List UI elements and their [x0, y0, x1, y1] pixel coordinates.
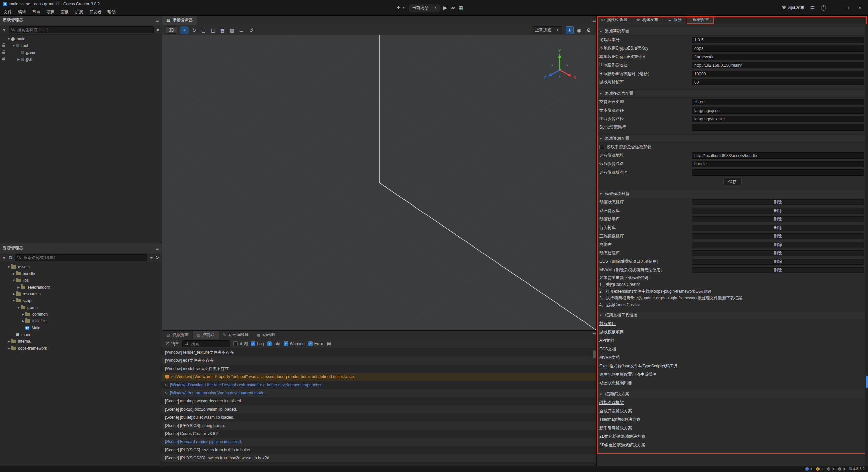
- inspector-scrollbar-thumb[interactable]: [866, 376, 868, 388]
- field-input[interactable]: [692, 45, 864, 52]
- delete-module-button[interactable]: 删除: [692, 242, 864, 248]
- tree-arrow-icon[interactable]: [12, 272, 16, 275]
- rotate-tool-icon[interactable]: ↻: [190, 26, 198, 34]
- field-input[interactable]: [692, 124, 864, 131]
- asset-node[interactable]: initialize: [0, 318, 162, 324]
- log-row[interactable]: ! > [Scene] meshopt wasm decoder initial…: [162, 397, 596, 405]
- asset-node[interactable]: seedrandom: [0, 284, 162, 291]
- hierarchy-search-input[interactable]: [9, 26, 154, 33]
- hierarchy-filter-icon[interactable]: ≡: [156, 27, 159, 32]
- scene-select-dropdown[interactable]: 当前场景 ▼: [409, 4, 440, 12]
- field-input[interactable]: [692, 79, 864, 85]
- solution-link[interactable]: Tiledmap地图解决方案: [599, 415, 640, 424]
- tab-assets-preview[interactable]: ▤ 资源预览: [162, 331, 193, 339]
- delete-module-button[interactable]: 删除: [692, 199, 864, 205]
- error-count[interactable]: ∅ 0: [827, 467, 834, 471]
- save-button[interactable]: 保存: [723, 178, 742, 185]
- tree-arrow-icon[interactable]: [16, 58, 21, 61]
- menu-developer[interactable]: 开发者: [86, 8, 104, 16]
- panel-menu-icon[interactable]: ☰: [155, 18, 159, 23]
- move-tool-icon[interactable]: ⌖: [180, 26, 189, 34]
- asset-node[interactable]: Main: [0, 324, 162, 331]
- tab-console[interactable]: ▤ 控制台: [193, 331, 219, 339]
- menu-panel[interactable]: 面板: [58, 8, 72, 16]
- play-button[interactable]: ▶: [443, 5, 447, 11]
- warning-count[interactable]: ! 1: [816, 467, 823, 471]
- asset-node[interactable]: game: [0, 304, 162, 311]
- layout-grid-icon[interactable]: ▦: [459, 5, 463, 11]
- section-framework-modules[interactable]: ▼ 框架模块裁剪: [597, 190, 868, 198]
- checkbox[interactable]: [284, 341, 288, 346]
- hierarchy-node[interactable]: gui: [0, 56, 162, 63]
- reset-view-tool-icon[interactable]: ↺: [247, 26, 255, 34]
- collapse-logs-icon[interactable]: ▤: [327, 341, 331, 346]
- tree-arrow-icon[interactable]: [21, 313, 25, 316]
- tree-arrow-icon[interactable]: [7, 347, 11, 350]
- tree-arrow-icon[interactable]: [21, 319, 25, 323]
- step-button[interactable]: ≫: [450, 5, 455, 11]
- add-node-button[interactable]: +▼: [3, 27, 6, 32]
- expand-arrow-icon[interactable]: >: [165, 391, 169, 395]
- gear-icon[interactable]: ⚙: [585, 26, 593, 34]
- help-icon[interactable]: ?: [821, 5, 826, 11]
- scene-editor-tab[interactable]: ▦ 场景编辑器: [162, 16, 197, 25]
- preview-target-icon[interactable]: ✈: [397, 5, 401, 11]
- tree-arrow-icon[interactable]: [7, 265, 11, 269]
- notice-count[interactable]: ♪ 0: [838, 467, 845, 471]
- menu-file[interactable]: 文件: [1, 8, 15, 16]
- doc-link[interactable]: 动画状态机编辑器: [599, 379, 632, 387]
- log-row[interactable]: ! > [Scene] [PHYSICS]: switch from built…: [162, 446, 596, 454]
- build-publish-button[interactable]: ⚒ 构建发布: [782, 5, 804, 11]
- doc-link[interactable]: 原生包热更新配置自动生成插件: [599, 370, 656, 379]
- log-row[interactable]: ! > [Window] Download the Vue Devtools e…: [162, 381, 596, 389]
- asset-node[interactable]: common: [0, 311, 162, 318]
- expand-arrow-icon[interactable]: >: [165, 383, 169, 387]
- tree-arrow-icon[interactable]: [12, 292, 16, 296]
- preview-target-caret-icon[interactable]: ▼: [402, 6, 405, 9]
- scene-viewport[interactable]: Y X Z: [162, 35, 596, 330]
- section-game-basic-config[interactable]: ▼ 游戏基础配置: [597, 27, 868, 36]
- clear-console-button[interactable]: ∅ 清空: [166, 341, 179, 347]
- dimension-toggle-button[interactable]: 3D: [166, 26, 177, 34]
- asset-node[interactable]: main: [0, 331, 162, 338]
- doc-link[interactable]: 教程项目: [599, 319, 616, 328]
- panel-menu-icon[interactable]: ☰: [592, 333, 596, 337]
- error-filter[interactable]: Error: [308, 341, 323, 346]
- delete-module-button[interactable]: 删除: [692, 259, 864, 265]
- menu-node[interactable]: 节点: [29, 8, 43, 16]
- rect-tool-icon[interactable]: ▢: [199, 26, 208, 34]
- doc-link[interactable]: ECS文档: [599, 345, 616, 353]
- asset-node[interactable]: internal: [0, 338, 162, 345]
- assets-search-input[interactable]: [15, 254, 147, 261]
- expand-arrow-icon[interactable]: >: [171, 375, 174, 379]
- doc-link[interactable]: MVVM文档: [599, 353, 620, 362]
- maximize-button[interactable]: □: [844, 5, 850, 11]
- snap-tool-icon[interactable]: ▧: [228, 26, 236, 34]
- tree-arrow-icon[interactable]: [12, 279, 16, 282]
- checkbox[interactable]: [251, 341, 255, 346]
- tab-framework-config[interactable]: 框架配置: [687, 16, 714, 24]
- info-count[interactable]: i 3: [805, 467, 812, 471]
- axis-gizmo[interactable]: Y X Z: [541, 49, 578, 86]
- panel-menu-icon[interactable]: ☰: [592, 18, 596, 23]
- solution-link[interactable]: 战旗游戏框架: [599, 398, 624, 407]
- scale-tool-icon[interactable]: ◱: [209, 26, 217, 34]
- tree-arrow-icon[interactable]: [12, 299, 16, 302]
- remote-load-checkbox[interactable]: [599, 145, 604, 149]
- camera-icon[interactable]: ◉: [575, 26, 583, 34]
- delete-module-button[interactable]: 删除: [692, 208, 864, 214]
- anchor-tool-icon[interactable]: ▦: [218, 26, 226, 34]
- delete-module-button[interactable]: 删除: [692, 250, 864, 256]
- field-input[interactable]: [692, 152, 864, 159]
- console-scrollbar-thumb[interactable]: [593, 350, 596, 358]
- tree-arrow-icon[interactable]: [7, 37, 11, 41]
- menu-project[interactable]: 项目: [43, 8, 58, 16]
- log-row[interactable]: ! > [Window] ecs文件夹不存在: [162, 356, 596, 365]
- log-row[interactable]: ! > [Scene] Cocos Creator v3.8.2: [162, 430, 596, 438]
- log-row[interactable]: ! > [Window] model_view文件夹不存在: [162, 365, 596, 373]
- asset-node[interactable]: libs: [0, 277, 162, 284]
- menu-edit[interactable]: 编辑: [15, 8, 29, 16]
- doc-link[interactable]: 游戏模板项目: [599, 328, 624, 336]
- solution-link[interactable]: 全栈开发解决方案: [599, 407, 632, 415]
- log-row[interactable]: ! > [Scene] Forward render pipeline init…: [162, 438, 596, 446]
